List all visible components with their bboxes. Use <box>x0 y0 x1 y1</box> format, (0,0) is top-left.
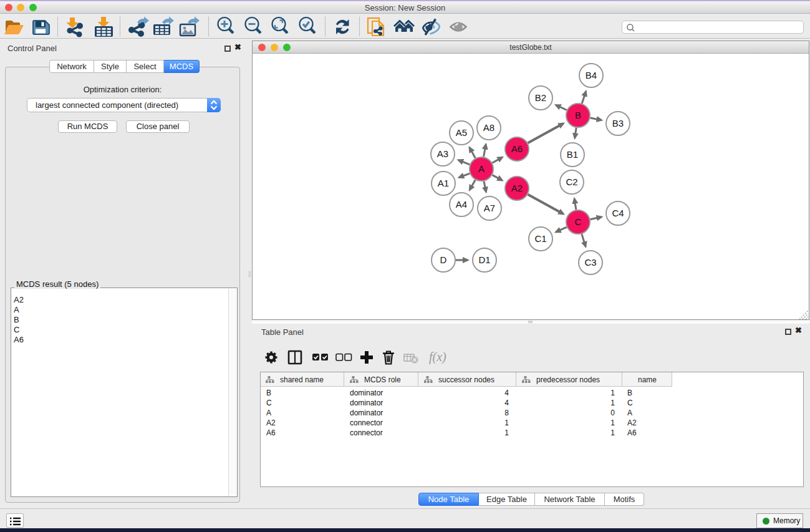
svg-text:0: 0 <box>610 409 615 417</box>
svg-text:1: 1 <box>610 399 615 407</box>
svg-text:B: B <box>575 110 581 120</box>
svg-text:A2: A2 <box>266 418 276 427</box>
svg-text:C2: C2 <box>566 177 577 187</box>
svg-text:successor nodes: successor nodes <box>438 375 494 384</box>
svg-text:connector: connector <box>350 428 383 437</box>
svg-text:1: 1 <box>504 428 509 437</box>
svg-text:A: A <box>627 409 632 417</box>
svg-text:A5: A5 <box>456 127 467 138</box>
svg-text:1: 1 <box>610 428 615 437</box>
svg-text:name: name <box>638 375 657 384</box>
svg-text:f(x): f(x) <box>429 350 446 364</box>
svg-text:predecessor nodes: predecessor nodes <box>536 375 600 384</box>
svg-text:C: C <box>627 399 633 407</box>
svg-text:C3: C3 <box>584 257 596 268</box>
svg-text:A2: A2 <box>627 418 637 427</box>
svg-text:1: 1 <box>610 418 615 427</box>
svg-text:4: 4 <box>504 399 509 407</box>
svg-text:connector: connector <box>350 418 383 427</box>
svg-text:8: 8 <box>504 409 509 417</box>
svg-text:C1: C1 <box>534 233 546 244</box>
svg-text:dominator: dominator <box>350 409 383 417</box>
svg-text:A8: A8 <box>483 122 494 133</box>
svg-text:A6: A6 <box>627 428 637 437</box>
svg-text:1: 1 <box>504 418 509 427</box>
svg-text:A: A <box>266 409 271 417</box>
svg-text:B4: B4 <box>586 70 597 80</box>
svg-text:B3: B3 <box>612 118 624 128</box>
svg-text:MCDS role: MCDS role <box>364 375 401 384</box>
svg-text:D: D <box>440 254 447 265</box>
svg-text:A3: A3 <box>437 148 448 159</box>
svg-text:B: B <box>266 389 271 397</box>
svg-text:dominator: dominator <box>350 389 383 397</box>
svg-text:A6: A6 <box>266 428 276 437</box>
svg-text:C: C <box>575 216 582 227</box>
svg-text:A6: A6 <box>511 143 523 154</box>
svg-text:4: 4 <box>504 389 509 397</box>
svg-text:B1: B1 <box>567 149 578 160</box>
svg-text:A4: A4 <box>456 199 467 210</box>
svg-text:A1: A1 <box>438 178 449 188</box>
svg-text:B: B <box>627 389 632 397</box>
svg-text:A7: A7 <box>484 203 495 213</box>
svg-text:C4: C4 <box>612 208 624 218</box>
svg-text:1: 1 <box>610 389 615 397</box>
svg-text:shared name: shared name <box>280 375 324 384</box>
svg-text:dominator: dominator <box>350 399 383 407</box>
svg-text:B2: B2 <box>535 92 546 103</box>
svg-text:C: C <box>266 399 272 407</box>
svg-text:A2: A2 <box>511 183 523 193</box>
svg-text:D1: D1 <box>478 254 490 265</box>
svg-text:A: A <box>478 163 485 174</box>
